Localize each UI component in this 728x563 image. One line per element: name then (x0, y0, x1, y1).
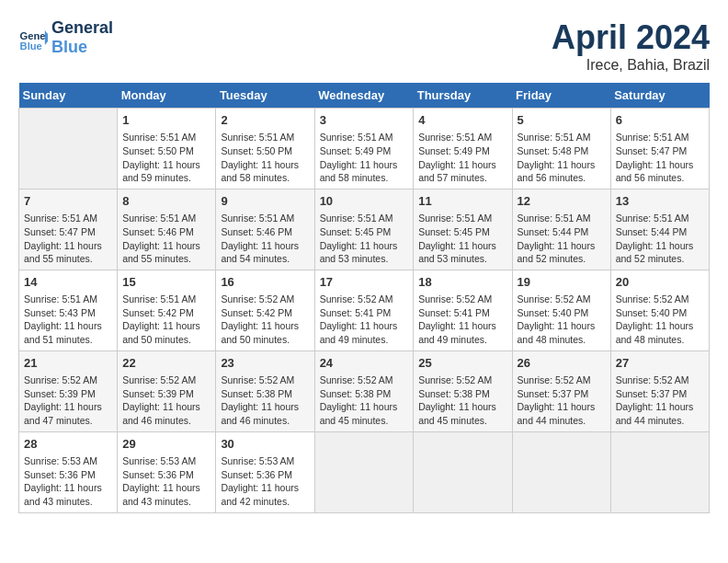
day-number: 6 (616, 112, 704, 129)
day-number: 17 (320, 274, 409, 291)
calendar-cell: 24Sunrise: 5:52 AMSunset: 5:38 PMDayligh… (314, 350, 414, 431)
calendar-cell: 27Sunrise: 5:52 AMSunset: 5:37 PMDayligh… (610, 350, 709, 431)
day-number: 1 (122, 112, 210, 129)
month-title: April 2024 (552, 18, 710, 57)
day-number: 5 (518, 112, 606, 129)
calendar-cell (414, 431, 512, 512)
day-info: Sunrise: 5:52 AMSunset: 5:38 PMDaylight:… (418, 373, 506, 428)
calendar-week-row: 1Sunrise: 5:51 AMSunset: 5:50 PMDaylight… (19, 109, 710, 190)
day-info: Sunrise: 5:51 AMSunset: 5:49 PMDaylight:… (320, 131, 409, 185)
day-info: Sunrise: 5:51 AMSunset: 5:48 PMDaylight:… (518, 131, 606, 185)
calendar-cell: 6Sunrise: 5:51 AMSunset: 5:47 PMDaylight… (610, 109, 709, 190)
calendar-cell: 28Sunrise: 5:53 AMSunset: 5:36 PMDayligh… (19, 431, 118, 512)
day-info: Sunrise: 5:53 AMSunset: 5:36 PMDaylight:… (122, 454, 210, 509)
day-number: 20 (616, 274, 704, 291)
calendar-cell: 11Sunrise: 5:51 AMSunset: 5:45 PMDayligh… (414, 189, 512, 270)
day-info: Sunrise: 5:53 AMSunset: 5:36 PMDaylight:… (221, 454, 309, 509)
title-block: April 2024 Irece, Bahia, Brazil (552, 18, 710, 74)
calendar-cell: 20Sunrise: 5:52 AMSunset: 5:40 PMDayligh… (610, 270, 709, 350)
day-number: 12 (518, 193, 606, 210)
calendar-cell: 23Sunrise: 5:52 AMSunset: 5:38 PMDayligh… (216, 350, 314, 431)
day-info: Sunrise: 5:51 AMSunset: 5:46 PMDaylight:… (122, 212, 210, 266)
day-info: Sunrise: 5:51 AMSunset: 5:50 PMDaylight:… (221, 131, 309, 185)
page-header: General Blue General Blue April 2024 Ire… (18, 18, 710, 74)
logo-blue: Blue (51, 38, 113, 57)
day-number: 24 (320, 355, 409, 372)
calendar-cell: 26Sunrise: 5:52 AMSunset: 5:37 PMDayligh… (512, 350, 610, 431)
calendar-cell (610, 431, 709, 512)
calendar-cell: 5Sunrise: 5:51 AMSunset: 5:48 PMDaylight… (512, 109, 610, 190)
day-number: 13 (616, 193, 704, 210)
calendar-cell: 3Sunrise: 5:51 AMSunset: 5:49 PMDaylight… (314, 109, 414, 190)
calendar-cell: 18Sunrise: 5:52 AMSunset: 5:41 PMDayligh… (414, 270, 512, 350)
calendar-table: SundayMondayTuesdayWednesdayThursdayFrid… (18, 83, 710, 513)
calendar-cell: 9Sunrise: 5:51 AMSunset: 5:46 PMDaylight… (216, 189, 314, 270)
day-number: 30 (221, 436, 309, 453)
day-info: Sunrise: 5:51 AMSunset: 5:44 PMDaylight:… (518, 212, 606, 266)
day-number: 4 (418, 112, 506, 129)
logo: General Blue General Blue (18, 18, 113, 56)
col-header-sunday: Sunday (19, 83, 118, 109)
day-info: Sunrise: 5:52 AMSunset: 5:40 PMDaylight:… (616, 293, 704, 347)
day-number: 21 (24, 355, 112, 372)
calendar-cell: 22Sunrise: 5:52 AMSunset: 5:39 PMDayligh… (118, 350, 216, 431)
calendar-header-row: SundayMondayTuesdayWednesdayThursdayFrid… (19, 83, 710, 109)
day-info: Sunrise: 5:52 AMSunset: 5:38 PMDaylight:… (320, 373, 409, 428)
day-info: Sunrise: 5:51 AMSunset: 5:49 PMDaylight:… (418, 131, 506, 185)
calendar-cell: 30Sunrise: 5:53 AMSunset: 5:36 PMDayligh… (216, 431, 314, 512)
calendar-cell (314, 431, 414, 512)
calendar-cell (19, 109, 118, 190)
calendar-cell: 10Sunrise: 5:51 AMSunset: 5:45 PMDayligh… (314, 189, 414, 270)
logo-general: General (51, 18, 113, 38)
col-header-tuesday: Tuesday (216, 83, 314, 109)
calendar-cell: 19Sunrise: 5:52 AMSunset: 5:40 PMDayligh… (512, 270, 610, 350)
col-header-friday: Friday (512, 83, 610, 109)
day-info: Sunrise: 5:52 AMSunset: 5:42 PMDaylight:… (221, 293, 309, 347)
day-info: Sunrise: 5:51 AMSunset: 5:42 PMDaylight:… (122, 293, 210, 347)
day-info: Sunrise: 5:51 AMSunset: 5:50 PMDaylight:… (122, 131, 210, 185)
day-number: 22 (122, 355, 210, 372)
calendar-week-row: 21Sunrise: 5:52 AMSunset: 5:39 PMDayligh… (19, 350, 710, 431)
day-number: 26 (518, 355, 606, 372)
day-number: 25 (418, 355, 506, 372)
col-header-monday: Monday (118, 83, 216, 109)
day-number: 16 (221, 274, 309, 291)
col-header-wednesday: Wednesday (314, 83, 414, 109)
calendar-cell: 17Sunrise: 5:52 AMSunset: 5:41 PMDayligh… (314, 270, 414, 350)
day-number: 2 (221, 112, 309, 129)
day-number: 14 (24, 274, 112, 291)
calendar-cell: 4Sunrise: 5:51 AMSunset: 5:49 PMDaylight… (414, 109, 512, 190)
day-number: 9 (221, 193, 309, 210)
calendar-cell: 8Sunrise: 5:51 AMSunset: 5:46 PMDaylight… (118, 189, 216, 270)
day-number: 7 (24, 193, 112, 210)
calendar-cell: 16Sunrise: 5:52 AMSunset: 5:42 PMDayligh… (216, 270, 314, 350)
logo-icon: General Blue (18, 23, 48, 52)
day-info: Sunrise: 5:51 AMSunset: 5:47 PMDaylight:… (24, 212, 112, 266)
day-number: 23 (221, 355, 309, 372)
day-info: Sunrise: 5:52 AMSunset: 5:37 PMDaylight:… (616, 373, 704, 428)
day-info: Sunrise: 5:51 AMSunset: 5:43 PMDaylight:… (24, 293, 112, 347)
day-info: Sunrise: 5:53 AMSunset: 5:36 PMDaylight:… (24, 454, 112, 509)
svg-text:General: General (20, 29, 48, 40)
calendar-week-row: 28Sunrise: 5:53 AMSunset: 5:36 PMDayligh… (19, 431, 710, 512)
svg-text:Blue: Blue (20, 40, 42, 51)
day-number: 8 (122, 193, 210, 210)
calendar-week-row: 14Sunrise: 5:51 AMSunset: 5:43 PMDayligh… (19, 270, 710, 350)
calendar-week-row: 7Sunrise: 5:51 AMSunset: 5:47 PMDaylight… (19, 189, 710, 270)
day-number: 15 (122, 274, 210, 291)
calendar-cell: 29Sunrise: 5:53 AMSunset: 5:36 PMDayligh… (118, 431, 216, 512)
calendar-cell: 12Sunrise: 5:51 AMSunset: 5:44 PMDayligh… (512, 189, 610, 270)
col-header-saturday: Saturday (610, 83, 709, 109)
day-number: 29 (122, 436, 210, 453)
day-info: Sunrise: 5:52 AMSunset: 5:38 PMDaylight:… (221, 373, 309, 428)
day-number: 27 (616, 355, 704, 372)
day-info: Sunrise: 5:52 AMSunset: 5:39 PMDaylight:… (24, 373, 112, 428)
calendar-cell: 13Sunrise: 5:51 AMSunset: 5:44 PMDayligh… (610, 189, 709, 270)
calendar-cell: 14Sunrise: 5:51 AMSunset: 5:43 PMDayligh… (19, 270, 118, 350)
col-header-thursday: Thursday (414, 83, 512, 109)
day-info: Sunrise: 5:52 AMSunset: 5:41 PMDaylight:… (418, 293, 506, 347)
day-number: 11 (418, 193, 506, 210)
day-number: 18 (418, 274, 506, 291)
day-number: 3 (320, 112, 409, 129)
calendar-cell: 25Sunrise: 5:52 AMSunset: 5:38 PMDayligh… (414, 350, 512, 431)
